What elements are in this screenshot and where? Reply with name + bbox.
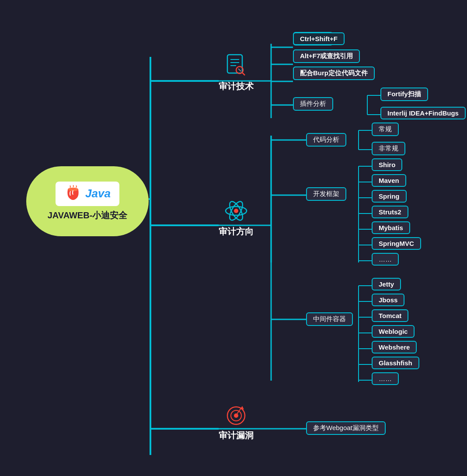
item-box-feichanggui: 非常规	[372, 142, 405, 155]
section-audit-direction-label: 审计方向	[219, 226, 254, 238]
item-box-shiro: Shiro	[372, 158, 402, 171]
item-box-daimaфenxi: 代码分析	[306, 133, 346, 147]
svg-line-49	[238, 69, 241, 71]
item-box-jboss: Jboss	[372, 294, 404, 306]
item-box-fortify: Fortify扫描	[380, 88, 428, 101]
item-value-quanjusousuo: Ctrl+Shift+F	[293, 32, 345, 45]
item-box-spring: Spring	[372, 190, 407, 203]
item-box-webgoat: 参考Webgoat漏洞类型	[306, 421, 386, 435]
item-box-devmore: ……	[372, 253, 399, 266]
target-icon	[223, 402, 249, 428]
svg-line-48	[242, 73, 245, 75]
item-box-maven: Maven	[372, 174, 406, 187]
item-box-changgui: 常规	[372, 122, 399, 136]
item-box-struts2: Struts2	[372, 206, 408, 218]
item-box-weblogic: Weblogic	[372, 325, 415, 338]
section-audit-vuln: 审计漏洞	[210, 402, 262, 441]
svg-point-50	[234, 209, 238, 213]
item-box-webshere: Webshere	[372, 341, 417, 354]
center-node: Java JAVAWEB-小迪安全	[26, 166, 149, 236]
section-audit-direction: 审计方向	[210, 198, 262, 238]
center-title: JAVAWEB-小迪安全	[48, 210, 128, 221]
item-box-jetty: Jetty	[372, 278, 401, 290]
item-value-yinyongzhuizong: Alt+F7或查找引用	[293, 49, 360, 63]
item-box-middleware: 中间件容器	[306, 312, 353, 326]
section-audit-tech-label: 审计技术	[219, 80, 254, 92]
item-box-tomcat: Tomcat	[372, 309, 408, 322]
item-box-glasshfish: Glasshfish	[372, 357, 419, 369]
item-box-devframe: 开发框架	[306, 187, 346, 201]
svg-point-56	[234, 413, 238, 418]
java-cup-icon	[64, 185, 82, 203]
item-value-gongnengdingdian: 配合Burp定位代码文件	[293, 66, 375, 80]
java-label: Java	[85, 187, 111, 200]
atom-icon	[223, 198, 249, 224]
document-search-icon	[223, 52, 249, 79]
item-box-middlewaremore: ……	[372, 372, 399, 385]
section-audit-vuln-label: 审计漏洞	[219, 430, 254, 441]
item-box-springmvc: SpringMVC	[372, 237, 421, 250]
item-box-mybatis: Mybatis	[372, 221, 410, 234]
item-box-chajianfenxi: 插件分析	[293, 97, 333, 111]
item-box-interlij: Interlij IDEA+FindBugs	[380, 107, 466, 119]
section-audit-tech: 审计技术	[210, 52, 262, 92]
java-logo: Java	[56, 182, 119, 206]
